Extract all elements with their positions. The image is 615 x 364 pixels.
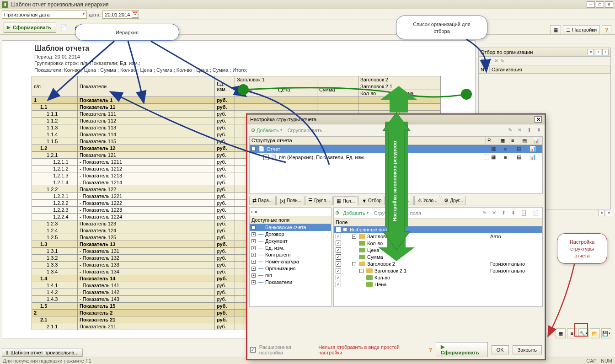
paste-f-icon[interactable]: 📄 [531,209,541,217]
expand-icon[interactable]: › [251,209,253,214]
bottom-toolbar: ▦ ≡ 🔧▾ 📂 💾▾ [556,328,611,338]
nav-prev-icon[interactable]: ‹ [595,49,601,55]
window-tab[interactable]: ▮Шаблон отчет произвольна... [2,348,83,357]
help-icon[interactable]: ? [602,25,611,34]
col-unit: Ед. изм. [215,76,235,96]
fields-icon: 📋 [271,154,277,160]
available-field[interactable]: +—Контрагент [250,252,331,258]
group-button[interactable]: Сгруппировать ... [286,127,330,134]
struct-fields-node[interactable]: п/п (Иерархия), Показатели, Ед. изм. [279,155,482,160]
tab-7[interactable]: ⚙Друг... [441,196,466,205]
selected-field[interactable]: ✓Кол-во [334,240,542,247]
wrench-icon[interactable]: 🔧▾ [578,328,588,338]
available-field[interactable]: +—Номенклатура [250,258,331,265]
col-h1: Заголовок 1 [235,76,358,83]
up-icon[interactable]: ⬆ [525,126,533,134]
close-button[interactable]: Закрыть [513,345,542,354]
available-field[interactable]: +—п/п [250,272,331,279]
ext-checkbox[interactable]: ✓ [250,347,256,353]
available-field[interactable]: +—Показатели [250,279,331,286]
available-field[interactable]: +—Организация [250,265,331,272]
warn-label: Нельзя отобразить в виде простой настрой… [318,344,422,355]
close-button[interactable]: ✕ [605,1,613,8]
panel-nav-last[interactable]: » [606,210,612,216]
field-icon [366,282,373,287]
down-f-icon[interactable]: ⬇ [509,209,517,217]
selected-field[interactable]: ✓Кол-во [334,274,542,281]
tab-3[interactable]: ▦Пол... [333,196,358,205]
selected-field[interactable]: ✓Сумма [334,254,542,261]
add-field-btn[interactable]: Добавить▾ [341,209,370,217]
tab-5[interactable]: ⇅Сорти... [385,196,414,205]
add-button[interactable]: ⊕Добавить▾ [249,126,284,134]
date-input[interactable]: 20.01.2014📅 [102,11,139,19]
form-button[interactable]: ▶Сформировать [4,22,56,33]
refresh-icon[interactable]: 📄 [59,22,69,32]
ok-button[interactable]: OK [492,345,509,354]
selected-field[interactable]: ✓−Заголовок 1Авто [334,233,542,240]
maximize-button[interactable]: □ [596,1,604,8]
add-icon[interactable]: ⊕ [480,58,484,64]
col-indicators: Показатели [78,76,215,96]
selected-field[interactable]: ✓Цена [334,281,542,288]
tab-6[interactable]: ⚠Усло... [414,196,441,205]
available-field[interactable]: +—Документ [250,238,331,245]
selected-root[interactable]: ✓−Выбранные поля [334,226,542,233]
tab-icon: ⚠ [417,198,422,203]
help-icon[interactable]: ? [429,347,432,353]
del-f-icon[interactable]: ✕ [490,209,498,217]
minimize-button[interactable]: ─ [587,1,595,8]
panel-nav-first[interactable]: « [599,210,605,216]
available-field[interactable]: +—Банковские счета [250,224,331,231]
folder-icon [366,268,373,273]
group-fields-btn[interactable]: Сгруппировать поля [372,209,423,217]
tab-icon: ⇄ [252,198,257,203]
window-title: Шаблон отчет произвольная иерархия [11,1,586,8]
save-icon[interactable]: 💾▾ [601,328,611,338]
add-field-icon[interactable]: ⊕ [335,210,339,216]
available-field[interactable]: +—Договор [250,231,331,238]
tab-2[interactable]: ☰Групп... [305,196,333,205]
dialog-form-button[interactable]: ▶ Сформировать [436,342,488,357]
tab-1[interactable]: {x}Поль... [276,196,305,205]
nav-first-icon[interactable]: « [588,49,594,55]
up-f-icon[interactable]: ⬆ [500,209,508,217]
date-mode-combo[interactable]: Произвольная дата [2,11,87,19]
struct-report-node[interactable]: Отчет [267,146,476,152]
report-title: Шаблон отчета [2,41,475,54]
selected-field[interactable]: ✓−Заголовок 2.1Горизонтально [334,268,542,274]
settings-button[interactable]: ☰ Настройки [563,25,600,34]
table-row[interactable]: 1Показатель 1руб. [32,96,441,103]
table-view-icon[interactable]: ▦ [550,25,561,34]
tab-icon: ☰ [308,198,313,203]
tab-icon: ⚙ [444,198,449,203]
table-row[interactable]: 1.1Показатель 11руб. [32,103,441,110]
nav-next-icon[interactable]: › [602,49,609,55]
bubble-orgs: Список организаций для отбора [396,16,487,39]
org-filter-title: Отбор по организации [481,49,533,55]
available-field[interactable]: +—Ед. изм. [250,245,331,252]
grid-icon[interactable]: ▦ [556,328,566,338]
selected-field[interactable]: ✓Цена [334,247,542,254]
list-icon[interactable]: ≡ [567,328,577,338]
edit-icon[interactable]: ✎ [500,58,504,64]
copy-f-icon[interactable]: 📋 [519,209,529,217]
down-icon[interactable]: ⬇ [535,126,543,134]
collapse-icon[interactable]: − [251,147,256,151]
report-groupings: Группировки строк: п/п; Показатели; Ед. … [2,60,475,66]
open-icon[interactable]: 📂 [590,328,600,338]
calendar-icon[interactable]: 📅 [132,11,138,18]
del-icon[interactable]: ✕ [516,126,524,134]
edit-f-icon[interactable]: ✎ [481,209,488,217]
structure-tree[interactable]: Структура отчета Р... ▦≡▤📊 − 📄 Отчет ▦≡▤… [249,136,543,194]
tab-4[interactable]: ▼Отбор [358,196,385,205]
dialog-close-icon[interactable]: ✕ [535,116,542,123]
tab-0[interactable]: ⇄Пара... [249,196,276,205]
tab-icon: {x} [279,198,285,203]
node-checkbox[interactable]: ✓ [263,155,269,160]
selected-field[interactable]: ✓−Заголовок 2Горизонтально [334,261,542,268]
expand-all-icon[interactable]: » [255,209,257,214]
copy-icon[interactable]: 📄 [486,58,492,64]
edit-icon[interactable]: ✎ [506,126,514,134]
delete-icon[interactable]: ✕ [494,58,498,64]
